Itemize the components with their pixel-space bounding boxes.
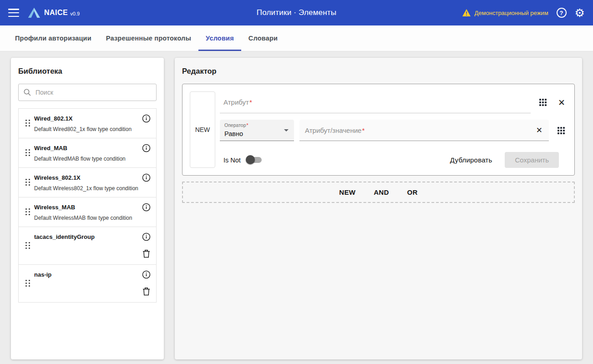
library-panel: Библиотека Wired_802.1X Default Wired802…: [11, 58, 164, 359]
gear-icon[interactable]: ⚙: [575, 7, 585, 19]
app-name: NAICE: [44, 9, 68, 17]
list-item[interactable]: nas-ip: [18, 264, 157, 303]
app-version: v0.9: [70, 11, 80, 16]
demo-mode-label: Демонстрационный режим: [475, 10, 548, 16]
library-item-name: nas-ip: [34, 271, 141, 278]
drag-handle-icon[interactable]: [21, 202, 34, 221]
library-list: Wired_802.1X Default Wired802_1x flow ty…: [18, 108, 157, 303]
search-input[interactable]: [35, 89, 152, 96]
main-content: Библиотека Wired_802.1X Default Wired802…: [0, 51, 593, 364]
library-item-description: Default Wired802_1x flow type condition: [34, 126, 141, 132]
library-item-name: Wired_802.1X: [34, 115, 141, 122]
tab-conditions[interactable]: Условия: [198, 25, 241, 51]
condition-status-badge: NEW: [190, 91, 215, 168]
close-icon[interactable]: ✕: [556, 96, 567, 108]
drag-handle-icon[interactable]: [21, 113, 34, 132]
value-picker-icon[interactable]: [555, 125, 567, 136]
editor-title: Редактор: [182, 67, 575, 76]
chevron-down-icon: [284, 129, 289, 131]
info-icon[interactable]: [141, 113, 152, 124]
editor-panel: Редактор NEW Атрибут* ✕ Оператор* Равн: [175, 58, 582, 359]
required-marker: *: [247, 122, 248, 128]
list-item[interactable]: Wireless_802.1X Default Wireless802_1x f…: [18, 167, 157, 197]
info-icon[interactable]: [141, 143, 152, 153]
condition-card: NEW Атрибут* ✕ Оператор* Равно: [182, 84, 575, 176]
add-condition-row: NEW AND OR: [182, 182, 575, 203]
top-bar: NAICE v0.9 Политики · Элементы Демонстра…: [0, 0, 593, 25]
trash-icon[interactable]: [142, 286, 151, 297]
list-item[interactable]: Wireless_MAB Default WirelessMAB flow ty…: [18, 197, 157, 227]
drag-handle-icon[interactable]: [21, 232, 34, 259]
drag-handle-icon[interactable]: [21, 143, 34, 162]
library-item-name: Wired_MAB: [34, 145, 141, 152]
add-or-button[interactable]: OR: [407, 188, 418, 196]
tab-bar: Профили авторизации Разрешенные протокол…: [0, 25, 593, 51]
drag-handle-icon[interactable]: [21, 172, 34, 192]
search-icon: [23, 88, 31, 96]
library-item-name: Wireless_MAB: [34, 204, 141, 211]
menu-icon[interactable]: [8, 9, 19, 17]
operator-value: Равно: [224, 130, 289, 137]
page-title: Политики · Элементы: [257, 8, 336, 17]
list-item[interactable]: tacacs_identityGroup: [18, 227, 157, 265]
warning-icon: [462, 9, 471, 17]
tab-allowed-protocols[interactable]: Разрешенные протоколы: [99, 25, 198, 51]
add-and-button[interactable]: AND: [374, 188, 389, 196]
demo-mode-badge: Демонстрационный режим: [462, 9, 548, 17]
info-icon[interactable]: [141, 202, 152, 212]
library-search: [18, 84, 157, 101]
library-item-description: Default WiredMAB flow type condition: [34, 156, 141, 162]
library-item-name: Wireless_802.1X: [34, 174, 141, 181]
save-button[interactable]: Сохранить: [505, 152, 559, 168]
add-new-button[interactable]: NEW: [339, 188, 355, 196]
is-not-toggle[interactable]: [247, 157, 262, 163]
tab-authorization-profiles[interactable]: Профили авторизации: [8, 25, 99, 51]
drag-handle-icon[interactable]: [21, 269, 34, 297]
value-input[interactable]: Атрибут/значение* ✕: [299, 120, 549, 141]
is-not-label: Is Not: [223, 157, 241, 164]
required-marker: *: [249, 98, 252, 106]
list-item[interactable]: Wired_802.1X Default Wired802_1x flow ty…: [18, 108, 157, 138]
library-item-name: tacacs_identityGroup: [34, 233, 141, 240]
required-marker: *: [362, 126, 365, 134]
help-icon[interactable]: ?: [557, 8, 567, 18]
app-brand: NAICE v0.9: [27, 7, 80, 19]
operator-select[interactable]: Оператор* Равно: [220, 120, 294, 141]
info-icon[interactable]: [141, 172, 152, 183]
attribute-picker-icon[interactable]: [537, 96, 549, 108]
duplicate-button[interactable]: Дублировать: [450, 156, 492, 164]
app-logo-icon: [27, 7, 41, 19]
info-icon[interactable]: [141, 269, 152, 280]
trash-icon[interactable]: [142, 248, 151, 259]
tab-dictionaries[interactable]: Словари: [241, 25, 285, 51]
list-item[interactable]: Wired_MAB Default WiredMAB flow type con…: [18, 138, 157, 168]
library-title: Библиотека: [18, 67, 157, 76]
info-icon[interactable]: [141, 232, 152, 242]
library-item-description: Default Wireless802_1x flow type conditi…: [34, 185, 141, 192]
library-item-description: Default WirelessMAB flow type condition: [34, 215, 141, 221]
clear-icon[interactable]: ✕: [532, 125, 546, 136]
attribute-input[interactable]: Атрибут*: [220, 91, 531, 113]
